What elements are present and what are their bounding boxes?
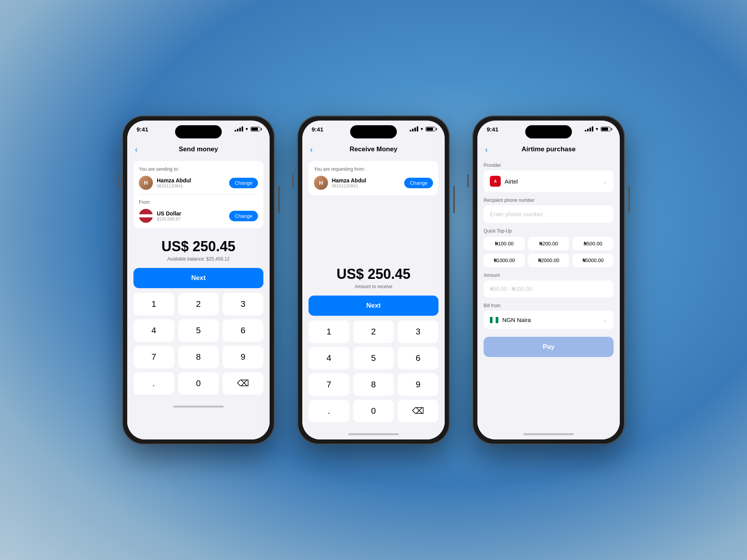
wifi-icon-2: ▾ <box>421 126 423 132</box>
change-currency-button[interactable]: Change <box>229 211 258 221</box>
amount-label: Amount <box>484 273 614 278</box>
change-recipient-button-1[interactable]: Change <box>229 178 258 188</box>
amount-chip-200[interactable]: ₦200.00 <box>528 237 569 250</box>
available-balance: Available balance: $25,456.12 <box>133 256 263 262</box>
phone-receive-money: 9:41 ▾ ‹ Receive Money You are <box>298 116 449 444</box>
avatar-2: H <box>314 176 328 190</box>
home-indicator-3 <box>477 429 620 439</box>
send-to-card: You are sending to: H Hamza Abdul 081011… <box>133 161 263 228</box>
key-1-p2[interactable]: 1 <box>309 320 349 343</box>
currency-info: US Dollar $120,000.87 <box>139 209 181 223</box>
receive-from-card: You are requesting from: H Hamza Abdul 0… <box>309 161 438 195</box>
avatar-1: H <box>139 176 153 190</box>
provider-left: A Airtel <box>490 176 518 187</box>
bill-left: NGN Naira <box>490 317 531 323</box>
key-3[interactable]: 3 <box>223 293 263 315</box>
key-8[interactable]: 8 <box>178 346 219 368</box>
pay-button[interactable]: Pay <box>484 337 614 357</box>
key-2[interactable]: 2 <box>178 293 219 315</box>
status-time-3: 9:41 <box>487 126 498 133</box>
signal-icon-3 <box>585 126 593 131</box>
recipient-row-1: H Hamza Abdul 08101133841 Change <box>139 176 258 190</box>
recipient-id-1: 08101133841 <box>157 184 191 188</box>
page-title-1: Send money <box>179 145 218 153</box>
recipient-id-2: 08101133841 <box>332 184 366 188</box>
phone-number-label: Recipient phone number <box>484 198 614 203</box>
phone-number-input[interactable]: Enter phone number <box>484 205 614 223</box>
amount-value-2: US$ 250.45 <box>309 266 438 282</box>
amount-input[interactable]: ₦50.00 - ₦100.00 <box>484 280 614 298</box>
amount-chip-2000[interactable]: ₦2000.00 <box>528 254 569 267</box>
back-button-1[interactable]: ‹ <box>135 145 138 154</box>
amount-display-2: US$ 250.45 Amount to receive <box>302 260 445 296</box>
nav-bar-1: ‹ Send money <box>127 142 270 157</box>
send-to-label: You are sending to: <box>139 166 258 172</box>
amount-sub-2: Amount to receive <box>309 284 438 289</box>
amount-chip-5000[interactable]: ₦5000.00 <box>572 254 614 267</box>
wifi-icon-3: ▾ <box>596 126 598 132</box>
key-9[interactable]: 9 <box>223 346 263 368</box>
key-6[interactable]: 6 <box>223 319 263 342</box>
bill-from-label: Bill from <box>484 303 614 308</box>
key-2-p2[interactable]: 2 <box>353 320 394 343</box>
key-4-p2[interactable]: 4 <box>309 347 349 369</box>
change-recipient-button-2[interactable]: Change <box>404 178 433 188</box>
from-label: From <box>139 200 258 205</box>
provider-select[interactable]: A Airtel ⌄ <box>484 170 614 192</box>
bill-currency: NGN Naira <box>502 317 531 323</box>
recipient-row-2: H Hamza Abdul 08101133841 Change <box>314 176 433 190</box>
amount-chip-1000[interactable]: ₦1000.00 <box>484 254 525 267</box>
dynamic-island-3 <box>525 125 572 138</box>
key-backspace-p2[interactable]: ⌫ <box>398 400 438 422</box>
wifi-icon: ▾ <box>245 126 248 132</box>
provider-label: Provider <box>484 163 614 168</box>
nav-bar-3: ‹ Airtime purchase <box>477 142 620 157</box>
battery-icon-3 <box>601 127 610 131</box>
screen-content-1: ‹ Send money You are sending to: H Hamza… <box>127 142 270 439</box>
signal-icon <box>235 126 243 131</box>
key-9-p2[interactable]: 9 <box>398 373 438 396</box>
next-button-1[interactable]: Next <box>133 268 263 288</box>
key-5[interactable]: 5 <box>178 319 219 342</box>
key-0-p2[interactable]: 0 <box>353 400 394 422</box>
recipient-name-1: Hamza Abdul <box>157 177 191 184</box>
status-time-1: 9:41 <box>137 126 148 133</box>
nav-bar-2: ‹ Receive Money <box>302 142 445 157</box>
chevron-down-icon: ⌄ <box>602 178 607 185</box>
back-button-2[interactable]: ‹ <box>310 145 313 154</box>
key-dot-p2[interactable]: . <box>309 400 349 422</box>
amount-chip-500[interactable]: ₦500.00 <box>572 237 614 250</box>
key-7-p2[interactable]: 7 <box>309 373 349 396</box>
recipient-details-1: Hamza Abdul 08101133841 <box>157 177 191 188</box>
key-3-p2[interactable]: 3 <box>398 320 438 343</box>
key-8-p2[interactable]: 8 <box>353 373 394 396</box>
key-1[interactable]: 1 <box>133 293 174 315</box>
screen-content-2: ‹ Receive Money You are requesting from:… <box>302 142 445 439</box>
key-6-p2[interactable]: 6 <box>398 347 438 369</box>
bill-from-select[interactable]: NGN Naira ⌄ <box>484 311 614 329</box>
key-backspace[interactable]: ⌫ <box>223 372 263 395</box>
quick-amounts-row2: ₦1000.00 ₦2000.00 ₦5000.00 <box>484 254 614 267</box>
quick-topup-label: Quick Top-Up <box>484 228 614 234</box>
home-indicator-1 <box>127 401 270 412</box>
recipient-info-2: H Hamza Abdul 08101133841 <box>314 176 366 190</box>
key-0[interactable]: 0 <box>178 372 219 395</box>
key-4[interactable]: 4 <box>133 319 174 342</box>
page-title-2: Receive Money <box>350 145 398 153</box>
quick-amounts-row1: ₦100.00 ₦200.00 ₦500.00 <box>484 237 614 250</box>
back-button-3[interactable]: ‹ <box>485 145 488 154</box>
amount-chip-100[interactable]: ₦100.00 <box>484 237 525 250</box>
currency-row: US Dollar $120,000.87 Change <box>139 209 258 223</box>
next-button-2[interactable]: Next <box>309 296 438 316</box>
dynamic-island <box>175 125 222 138</box>
nigeria-flag-icon <box>490 317 498 323</box>
currency-details: US Dollar $120,000.87 <box>157 210 181 221</box>
recipient-info-1: H Hamza Abdul 08101133841 <box>139 176 191 190</box>
recipient-name-2: Hamza Abdul <box>332 177 366 184</box>
key-dot[interactable]: . <box>133 372 174 395</box>
phone-airtime: 9:41 ▾ ‹ Airtime purchase Prov <box>473 116 624 444</box>
dynamic-island-2 <box>350 125 397 138</box>
key-5-p2[interactable]: 5 <box>353 347 394 369</box>
status-icons-2: ▾ <box>410 126 435 132</box>
key-7[interactable]: 7 <box>133 346 174 368</box>
